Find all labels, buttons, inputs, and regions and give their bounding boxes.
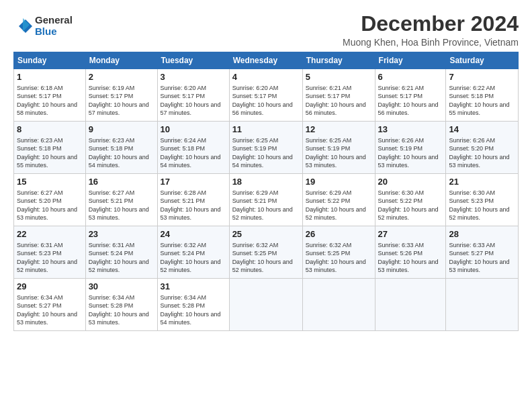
calendar-cell: 26Sunrise: 6:32 AM Sunset: 5:25 PM Dayli… [302,226,375,279]
day-info: Sunrise: 6:34 AM Sunset: 5:28 PM Dayligh… [161,293,226,327]
calendar-cell: 31Sunrise: 6:34 AM Sunset: 5:28 PM Dayli… [157,279,229,331]
header-wednesday: Wednesday [229,52,302,69]
calendar-cell: 8Sunrise: 6:23 AM Sunset: 5:18 PM Daylig… [14,122,86,174]
day-number: 3 [161,71,226,83]
day-info: Sunrise: 6:32 AM Sunset: 5:25 PM Dayligh… [232,241,300,275]
day-number: 26 [306,228,372,240]
day-number: 23 [89,228,154,240]
calendar-cell: 15Sunrise: 6:27 AM Sunset: 5:20 PM Dayli… [14,174,86,226]
calendar-week-3: 15Sunrise: 6:27 AM Sunset: 5:20 PM Dayli… [14,174,519,226]
calendar-cell: 11Sunrise: 6:25 AM Sunset: 5:19 PM Dayli… [229,122,302,174]
header-row-days: Sunday Monday Tuesday Wednesday Thursday… [14,52,519,69]
day-info: Sunrise: 6:34 AM Sunset: 5:28 PM Dayligh… [89,293,154,327]
day-info: Sunrise: 6:26 AM Sunset: 5:19 PM Dayligh… [378,136,443,170]
day-number: 18 [232,176,300,188]
month-title: December 2024 [343,12,519,36]
day-number: 29 [17,281,83,293]
calendar-cell: 14Sunrise: 6:26 AM Sunset: 5:20 PM Dayli… [446,122,519,174]
day-number: 2 [89,71,154,83]
calendar-cell: 30Sunrise: 6:34 AM Sunset: 5:28 PM Dayli… [85,279,157,331]
header-tuesday: Tuesday [157,52,229,69]
day-info: Sunrise: 6:18 AM Sunset: 5:17 PM Dayligh… [17,84,83,118]
day-number: 31 [161,281,226,293]
day-info: Sunrise: 6:31 AM Sunset: 5:24 PM Dayligh… [89,241,154,275]
day-info: Sunrise: 6:24 AM Sunset: 5:18 PM Dayligh… [161,136,226,170]
calendar-cell: 23Sunrise: 6:31 AM Sunset: 5:24 PM Dayli… [85,226,157,279]
calendar-cell [302,279,375,331]
day-number: 24 [161,228,226,240]
day-info: Sunrise: 6:30 AM Sunset: 5:22 PM Dayligh… [378,189,443,222]
day-number: 21 [449,176,515,188]
day-number: 22 [17,228,83,240]
day-info: Sunrise: 6:33 AM Sunset: 5:26 PM Dayligh… [378,241,443,275]
day-info: Sunrise: 6:31 AM Sunset: 5:23 PM Dayligh… [17,241,83,275]
day-info: Sunrise: 6:21 AM Sunset: 5:17 PM Dayligh… [378,84,443,118]
day-info: Sunrise: 6:20 AM Sunset: 5:17 PM Dayligh… [161,84,226,118]
calendar-cell [229,279,302,331]
calendar-cell: 25Sunrise: 6:32 AM Sunset: 5:25 PM Dayli… [229,226,302,279]
calendar-cell: 24Sunrise: 6:32 AM Sunset: 5:24 PM Dayli… [157,226,229,279]
day-info: Sunrise: 6:30 AM Sunset: 5:23 PM Dayligh… [449,189,515,222]
calendar-cell: 22Sunrise: 6:31 AM Sunset: 5:23 PM Dayli… [14,226,86,279]
location: Muong Khen, Hoa Binh Province, Vietnam [343,37,519,48]
calendar-cell: 16Sunrise: 6:27 AM Sunset: 5:21 PM Dayli… [85,174,157,226]
calendar-cell [375,279,446,331]
day-number: 25 [232,228,300,240]
day-info: Sunrise: 6:27 AM Sunset: 5:21 PM Dayligh… [89,189,154,222]
page-container: General Blue December 2024 Muong Khen, H… [0,0,532,338]
day-number: 17 [161,176,226,188]
calendar-week-1: 1Sunrise: 6:18 AM Sunset: 5:17 PM Daylig… [14,69,519,122]
day-number: 19 [306,176,372,188]
calendar-cell: 21Sunrise: 6:30 AM Sunset: 5:23 PM Dayli… [446,174,519,226]
title-block: December 2024 Muong Khen, Hoa Binh Provi… [343,12,519,48]
calendar-cell: 9Sunrise: 6:23 AM Sunset: 5:18 PM Daylig… [85,122,157,174]
day-number: 13 [378,124,443,136]
calendar-cell: 20Sunrise: 6:30 AM Sunset: 5:22 PM Dayli… [375,174,446,226]
day-number: 28 [449,228,515,240]
calendar-cell: 3Sunrise: 6:20 AM Sunset: 5:17 PM Daylig… [157,69,229,122]
calendar-cell: 19Sunrise: 6:29 AM Sunset: 5:22 PM Dayli… [302,174,375,226]
calendar-cell: 13Sunrise: 6:26 AM Sunset: 5:19 PM Dayli… [375,122,446,174]
calendar-cell: 5Sunrise: 6:21 AM Sunset: 5:17 PM Daylig… [302,69,375,122]
day-info: Sunrise: 6:23 AM Sunset: 5:18 PM Dayligh… [89,136,154,170]
day-info: Sunrise: 6:32 AM Sunset: 5:25 PM Dayligh… [306,241,372,275]
calendar-cell: 27Sunrise: 6:33 AM Sunset: 5:26 PM Dayli… [375,226,446,279]
day-info: Sunrise: 6:21 AM Sunset: 5:17 PM Dayligh… [306,84,372,118]
logo-blue: Blue [35,26,73,38]
day-number: 15 [17,176,83,188]
calendar-cell: 18Sunrise: 6:29 AM Sunset: 5:21 PM Dayli… [229,174,302,226]
logo-text: General Blue [35,15,73,37]
logo-general: General [35,15,73,26]
day-info: Sunrise: 6:20 AM Sunset: 5:17 PM Dayligh… [232,84,300,118]
day-number: 27 [378,228,443,240]
logo: General Blue [13,15,73,37]
day-number: 6 [378,71,443,83]
calendar-week-4: 22Sunrise: 6:31 AM Sunset: 5:23 PM Dayli… [14,226,519,279]
day-info: Sunrise: 6:28 AM Sunset: 5:21 PM Dayligh… [161,189,226,222]
calendar-cell: 7Sunrise: 6:22 AM Sunset: 5:18 PM Daylig… [446,69,519,122]
day-number: 8 [17,124,83,136]
day-number: 9 [89,124,154,136]
calendar-cell: 2Sunrise: 6:19 AM Sunset: 5:17 PM Daylig… [85,69,157,122]
calendar-cell: 17Sunrise: 6:28 AM Sunset: 5:21 PM Dayli… [157,174,229,226]
day-number: 10 [161,124,226,136]
day-info: Sunrise: 6:34 AM Sunset: 5:27 PM Dayligh… [17,293,83,327]
day-number: 4 [232,71,300,83]
day-number: 7 [449,71,515,83]
day-number: 16 [89,176,154,188]
calendar-week-2: 8Sunrise: 6:23 AM Sunset: 5:18 PM Daylig… [14,122,519,174]
calendar-cell: 29Sunrise: 6:34 AM Sunset: 5:27 PM Dayli… [14,279,86,331]
day-info: Sunrise: 6:33 AM Sunset: 5:27 PM Dayligh… [449,241,515,275]
day-number: 14 [449,124,515,136]
header-thursday: Thursday [302,52,375,69]
calendar-cell: 6Sunrise: 6:21 AM Sunset: 5:17 PM Daylig… [375,69,446,122]
day-info: Sunrise: 6:23 AM Sunset: 5:18 PM Dayligh… [17,136,83,170]
calendar-cell: 12Sunrise: 6:25 AM Sunset: 5:19 PM Dayli… [302,122,375,174]
day-number: 30 [89,281,154,293]
day-info: Sunrise: 6:19 AM Sunset: 5:17 PM Dayligh… [89,84,154,118]
calendar-cell: 4Sunrise: 6:20 AM Sunset: 5:17 PM Daylig… [229,69,302,122]
calendar-cell [446,279,519,331]
header-sunday: Sunday [14,52,86,69]
day-number: 5 [306,71,372,83]
calendar-cell: 10Sunrise: 6:24 AM Sunset: 5:18 PM Dayli… [157,122,229,174]
